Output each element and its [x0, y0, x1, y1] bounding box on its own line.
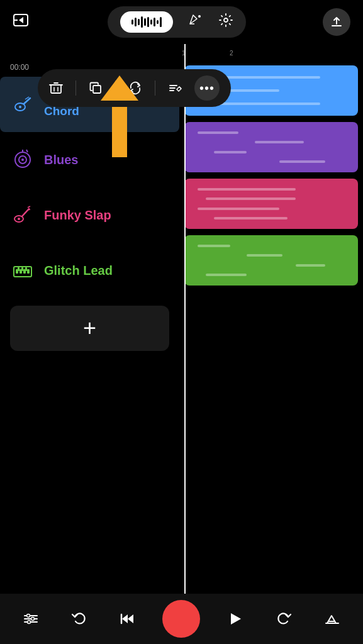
- settings-icon[interactable]: [218, 13, 233, 31]
- waveform-icon: [131, 16, 162, 28]
- time-display: 00:00: [10, 63, 29, 72]
- separator-3: [155, 80, 155, 96]
- mixer-button[interactable]: [17, 605, 45, 633]
- svg-point-3: [198, 15, 201, 18]
- svg-point-11: [21, 158, 24, 161]
- note-lines-4: [184, 235, 358, 286]
- svg-point-40: [26, 614, 30, 618]
- svg-line-17: [28, 206, 30, 208]
- loop-button[interactable]: [128, 81, 142, 95]
- svg-line-13: [26, 150, 28, 152]
- header: [0, 0, 363, 44]
- svg-marker-46: [231, 613, 241, 625]
- more-options-button[interactable]: •••: [194, 75, 220, 101]
- time-markers: 1 2: [179, 47, 363, 59]
- edit-icon[interactable]: [188, 13, 203, 31]
- delete-button[interactable]: [49, 81, 63, 95]
- record-button[interactable]: [162, 600, 200, 638]
- svg-rect-25: [21, 267, 23, 271]
- header-center: [108, 6, 246, 38]
- svg-point-4: [224, 18, 228, 22]
- play-button[interactable]: [221, 605, 249, 633]
- svg-line-18: [28, 209, 30, 210]
- svg-marker-44: [128, 614, 133, 623]
- track-item-blues[interactable]: Blues: [0, 132, 179, 187]
- track-icon-keyboard: [10, 258, 35, 283]
- lane-glitch-lead[interactable]: [184, 233, 358, 288]
- lane-blues[interactable]: [184, 119, 358, 175]
- svg-rect-26: [25, 267, 27, 271]
- track-name-blues: Blues: [44, 153, 78, 167]
- track-icon-guitar: [10, 92, 35, 117]
- svg-line-7: [24, 98, 30, 104]
- track-item-funky-slap[interactable]: Funky Slap: [0, 187, 179, 243]
- upload-button[interactable]: [323, 8, 350, 36]
- svg-point-42: [27, 621, 30, 624]
- track-edit-toolbar: •••: [38, 69, 231, 107]
- playhead: [184, 44, 186, 594]
- separator-1: [75, 80, 76, 96]
- svg-point-16: [18, 218, 20, 220]
- separator-2: [115, 80, 116, 96]
- svg-rect-27: [51, 85, 61, 93]
- svg-point-6: [19, 106, 21, 108]
- edit-notes-button[interactable]: [168, 81, 182, 95]
- track-sidebar: 00:00 Dirty Power Chord: [0, 44, 179, 594]
- svg-line-36: [179, 87, 181, 89]
- redo-button[interactable]: [270, 605, 298, 633]
- bottom-bar: [0, 594, 363, 644]
- svg-rect-32: [93, 86, 101, 93]
- add-track-button[interactable]: +: [10, 306, 169, 351]
- clear-button[interactable]: [318, 605, 346, 633]
- track-name-funky-slap: Funky Slap: [44, 208, 111, 223]
- svg-marker-43: [122, 614, 128, 623]
- track-name-glitch-lead: Glitch Lead: [44, 264, 113, 278]
- more-icon: •••: [199, 81, 215, 96]
- track-item-glitch-lead[interactable]: Glitch Lead: [0, 243, 179, 298]
- rewind-button[interactable]: [114, 605, 142, 633]
- lane-funky-slap[interactable]: [184, 176, 358, 231]
- add-track-label: +: [83, 317, 96, 340]
- copy-button[interactable]: [89, 81, 103, 95]
- svg-rect-24: [18, 267, 20, 271]
- note-lines-2: [184, 122, 358, 172]
- timeline-area: 1 2: [179, 44, 363, 594]
- track-icon-bass: [10, 203, 35, 228]
- back-button[interactable]: [13, 11, 30, 33]
- waveform-button[interactable]: [120, 11, 173, 33]
- svg-rect-23: [27, 269, 30, 274]
- svg-point-41: [31, 618, 34, 621]
- note-lines-3: [184, 179, 358, 229]
- track-icon-drums: [10, 147, 35, 172]
- main-content: 00:00 Dirty Power Chord: [0, 44, 363, 594]
- undo-button[interactable]: [65, 605, 93, 633]
